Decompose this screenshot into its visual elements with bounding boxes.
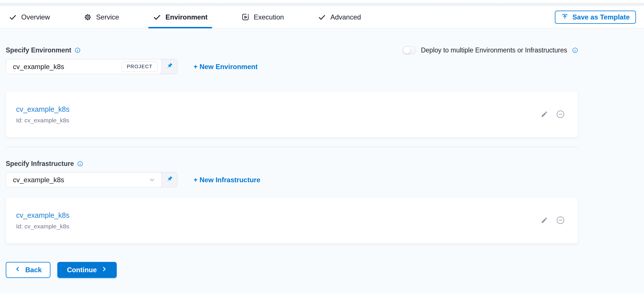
minus-circle-icon	[556, 216, 565, 226]
tab-label: Environment	[165, 13, 208, 21]
environment-input-value: cv_example_k8s	[13, 63, 118, 71]
environment-card-id: Id: cv_example_k8s	[16, 117, 541, 124]
info-icon[interactable]	[77, 161, 83, 167]
tab-execution[interactable]: Execution	[241, 6, 284, 28]
environment-name-input[interactable]: cv_example_k8s PROJECT	[6, 59, 162, 74]
remove-infrastructure-button[interactable]	[556, 216, 565, 226]
panel-resize-divider[interactable]	[0, 0, 644, 4]
gear-icon	[84, 13, 92, 21]
environment-card-name-link[interactable]: cv_example_k8s	[16, 105, 69, 113]
tab-label: Advanced	[330, 13, 361, 21]
continue-label: Continue	[67, 266, 97, 274]
info-icon[interactable]	[572, 47, 578, 53]
tab-advanced[interactable]: Advanced	[318, 6, 361, 28]
infrastructure-card-name-link[interactable]: cv_example_k8s	[16, 211, 69, 219]
tab-label: Service	[96, 13, 119, 21]
section-divider	[6, 147, 578, 147]
check-icon	[153, 13, 161, 21]
save-as-template-button[interactable]: Save as Template	[555, 11, 636, 24]
infrastructure-select-value: cv_example_k8s	[13, 176, 145, 184]
environment-card: cv_example_k8s Id: cv_example_k8s	[6, 91, 578, 138]
multi-environment-toggle[interactable]	[403, 46, 416, 54]
chevron-down-icon[interactable]	[149, 177, 158, 183]
pencil-icon	[541, 111, 548, 119]
infrastructure-card: cv_example_k8s Id: cv_example_k8s	[6, 197, 578, 244]
tab-label: Overview	[21, 13, 50, 21]
check-icon	[318, 13, 326, 21]
pin-environment-button[interactable]	[161, 59, 177, 74]
pin-icon	[165, 175, 173, 184]
specify-environment-label: Specify Environment	[6, 46, 81, 54]
multi-environment-toggle-label: Deploy to multiple Environments or Infra…	[421, 46, 567, 54]
tab-label: Execution	[254, 13, 284, 21]
check-icon	[9, 13, 17, 21]
back-label: Back	[25, 266, 42, 274]
new-environment-link[interactable]: + New Environment	[194, 63, 257, 71]
tab-service[interactable]: Service	[84, 6, 119, 28]
environment-input-group: cv_example_k8s PROJECT	[6, 59, 177, 74]
play-square-icon	[241, 13, 249, 21]
pin-infrastructure-button[interactable]	[161, 173, 177, 187]
pencil-icon	[541, 217, 548, 225]
scope-badge: PROJECT	[122, 62, 158, 72]
continue-button[interactable]: Continue	[57, 262, 117, 278]
top-sub-strip	[0, 4, 644, 6]
chevron-left-icon	[15, 266, 21, 274]
minus-circle-icon	[556, 110, 565, 119]
edit-infrastructure-button[interactable]	[541, 217, 548, 225]
new-infrastructure-link[interactable]: + New Infrastructure	[194, 176, 260, 184]
toggle-knob	[403, 47, 410, 54]
upload-icon	[561, 13, 569, 22]
back-button[interactable]: Back	[6, 262, 50, 278]
environment-stage-panel: Specify Environment Deploy to multiple E…	[0, 28, 644, 293]
info-icon[interactable]	[75, 47, 81, 53]
stage-tab-bar: Overview Service Environment	[0, 6, 644, 28]
edit-environment-button[interactable]	[541, 111, 548, 119]
pin-icon	[165, 62, 173, 71]
specify-infrastructure-label: Specify Infrastructure	[6, 160, 83, 168]
infrastructure-card-id: Id: cv_example_k8s	[16, 223, 541, 230]
infrastructure-select[interactable]: cv_example_k8s	[6, 172, 162, 187]
infrastructure-select-group: cv_example_k8s	[6, 172, 177, 187]
save-as-template-label: Save as Template	[572, 13, 630, 21]
tab-overview[interactable]: Overview	[9, 6, 50, 28]
chevron-right-icon	[101, 266, 107, 274]
remove-environment-button[interactable]	[556, 110, 565, 119]
tab-environment[interactable]: Environment	[153, 6, 208, 28]
